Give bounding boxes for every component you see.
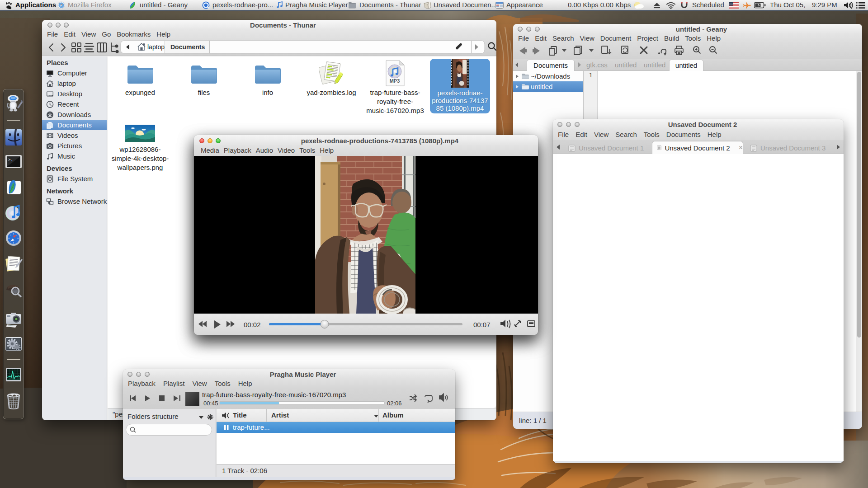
svg-text:>.: >. xyxy=(8,157,13,162)
svg-text:00:07: 00:07 xyxy=(473,321,491,328)
svg-text:00:02: 00:02 xyxy=(244,321,261,328)
svg-text:02:06: 02:06 xyxy=(387,400,402,407)
svg-text:trap-future-bass-royalty-free-: trap-future-bass-royalty-free-music-1670… xyxy=(202,391,346,399)
svg-text:Documents: Documents xyxy=(170,43,205,51)
svg-text:MP3: MP3 xyxy=(390,78,400,84)
svg-text:00:45: 00:45 xyxy=(203,400,218,407)
svg-text:laptop: laptop xyxy=(147,43,165,51)
